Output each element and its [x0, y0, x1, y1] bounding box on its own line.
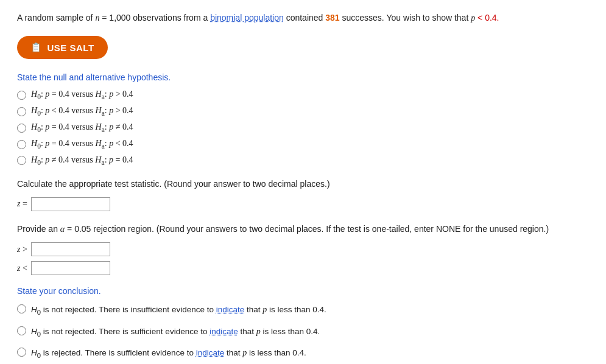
z-equals-label: z =: [17, 199, 27, 209]
h0-label-1: H0: p = 0.4 versus Ha: p > 0.4: [31, 89, 133, 99]
test-statistic-section: Calculate the appropriate test statistic…: [17, 177, 589, 211]
hypothesis-radio-4[interactable]: [17, 140, 26, 149]
z-gt-label: z >: [17, 245, 27, 254]
hypothesis-option-5: H0: p ≠ 0.4 versus Ha: p = 0.4: [17, 155, 589, 167]
n-variable: n: [95, 13, 99, 23]
salt-icon: 📋: [30, 42, 43, 53]
use-salt-label: USE SALT: [48, 43, 94, 53]
conclusion-label-1[interactable]: H0 is not rejected. There is insufficien…: [31, 303, 326, 318]
conclusion-option-1: H0 is not rejected. There is insufficien…: [17, 303, 589, 318]
p-ref-1: p: [262, 305, 267, 314]
hypothesis-title: State the null and alternative hypothesi…: [17, 72, 589, 82]
conclusion-radio-1[interactable]: [17, 304, 26, 313]
hypothesis-label-1[interactable]: H0: p = 0.4 versus Ha: p > 0.4: [31, 89, 133, 101]
hypothesis-radio-2[interactable]: [17, 107, 26, 116]
successes-value: 381: [325, 13, 339, 23]
binomial-link[interactable]: binomial population: [210, 13, 284, 23]
hypothesis-radio-5[interactable]: [17, 156, 26, 165]
p-ref-2: p: [256, 327, 261, 336]
conclusion-option-3: H0 is rejected. There is sufficient evid…: [17, 346, 589, 361]
alpha-symbol: α: [60, 225, 65, 234]
p-variable: p: [471, 13, 475, 23]
h0-label-2: H0: p < 0.4 versus Ha: p > 0.4: [31, 106, 133, 115]
z-lt-input[interactable]: [31, 261, 110, 275]
hypothesis-radio-1[interactable]: [17, 91, 26, 100]
conclusion-label-2[interactable]: H0 is not rejected. There is sufficient …: [31, 325, 320, 340]
hypothesis-section: State the null and alternative hypothesi…: [17, 72, 589, 166]
indicate-link-2: indicate: [210, 327, 238, 336]
hypothesis-option-2: H0: p < 0.4 versus Ha: p > 0.4: [17, 106, 589, 117]
h0-label-5: H0: p ≠ 0.4 versus Ha: p = 0.4: [31, 155, 133, 164]
conclusion-title: State your conclusion.: [17, 286, 589, 296]
indicate-link-1: indicate: [216, 305, 245, 314]
z-input-row: z =: [17, 197, 589, 211]
conclusion-radio-3[interactable]: [17, 348, 26, 357]
indicate-link-3: indicate: [196, 348, 225, 357]
z-gt-input-row: z >: [17, 242, 589, 256]
h0-label-3: H0: p = 0.4 versus Ha: p ≠ 0.4: [31, 122, 133, 131]
conclusion-radio-2[interactable]: [17, 326, 26, 335]
rejection-section: Provide an α = 0.05 rejection region. (R…: [17, 222, 589, 275]
z-lt-label: z <: [17, 264, 27, 273]
hypothesis-option-3: H0: p = 0.4 versus Ha: p ≠ 0.4: [17, 122, 589, 134]
intro-paragraph: A random sample of n = 1,000 observation…: [17, 11, 589, 25]
p-ref-3: p: [242, 348, 247, 357]
conclusion-section: State your conclusion. H0 is not rejecte…: [17, 286, 589, 364]
hypothesis-label-5[interactable]: H0: p ≠ 0.4 versus Ha: p = 0.4: [31, 155, 133, 167]
conclusion-option-2: H0 is not rejected. There is sufficient …: [17, 325, 589, 340]
use-salt-button[interactable]: 📋 USE SALT: [17, 36, 108, 59]
rejection-label: Provide an α = 0.05 rejection region. (R…: [17, 222, 589, 236]
hypothesis-radio-3[interactable]: [17, 124, 26, 133]
hypothesis-option-1: H0: p = 0.4 versus Ha: p > 0.4: [17, 89, 589, 101]
hypothesis-label-3[interactable]: H0: p = 0.4 versus Ha: p ≠ 0.4: [31, 122, 133, 134]
z-value-input[interactable]: [31, 197, 110, 211]
hypothesis-option-4: H0: p = 0.4 versus Ha: p < 0.4: [17, 139, 589, 150]
z-gt-input[interactable]: [31, 242, 110, 256]
hypothesis-label-2[interactable]: H0: p < 0.4 versus Ha: p > 0.4: [31, 106, 133, 117]
z-lt-input-row: z <: [17, 261, 589, 275]
h0-label-4: H0: p = 0.4 versus Ha: p < 0.4: [31, 139, 133, 148]
hypothesis-options: H0: p = 0.4 versus Ha: p > 0.4 H0: p < 0…: [17, 89, 589, 166]
conclusion-label-3[interactable]: H0 is rejected. There is sufficient evid…: [31, 346, 306, 361]
inequality-symbol: < 0.4.: [477, 13, 499, 23]
hypothesis-label-4[interactable]: H0: p = 0.4 versus Ha: p < 0.4: [31, 139, 133, 150]
test-stat-text: Calculate the appropriate test statistic…: [17, 179, 330, 189]
test-stat-label: Calculate the appropriate test statistic…: [17, 177, 589, 191]
